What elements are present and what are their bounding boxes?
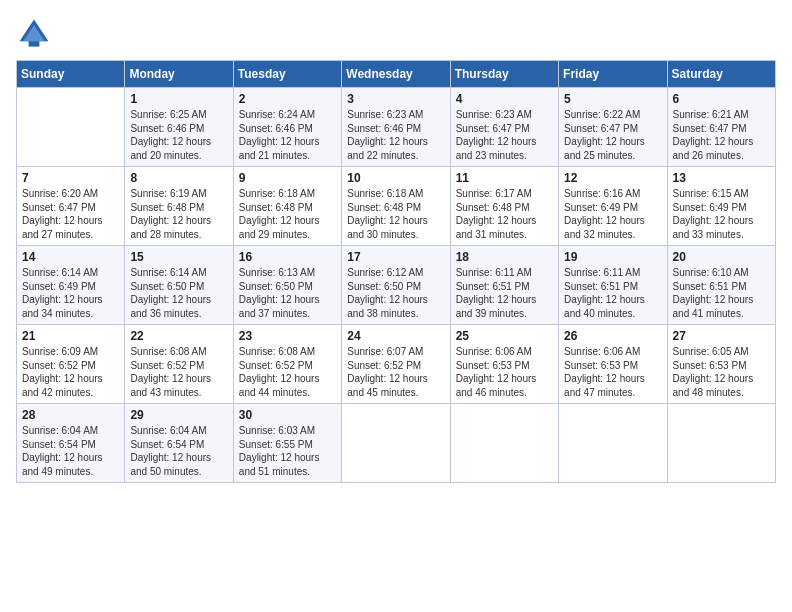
day-info: Sunrise: 6:16 AM Sunset: 6:49 PM Dayligh… <box>564 187 661 241</box>
day-cell: 5Sunrise: 6:22 AM Sunset: 6:47 PM Daylig… <box>559 88 667 167</box>
day-info: Sunrise: 6:10 AM Sunset: 6:51 PM Dayligh… <box>673 266 770 320</box>
header-tuesday: Tuesday <box>233 61 341 88</box>
calendar-header-row: SundayMondayTuesdayWednesdayThursdayFrid… <box>17 61 776 88</box>
day-number: 29 <box>130 408 227 422</box>
day-cell <box>559 404 667 483</box>
day-info: Sunrise: 6:13 AM Sunset: 6:50 PM Dayligh… <box>239 266 336 320</box>
day-number: 10 <box>347 171 444 185</box>
day-cell <box>342 404 450 483</box>
day-number: 14 <box>22 250 119 264</box>
day-number: 8 <box>130 171 227 185</box>
day-info: Sunrise: 6:20 AM Sunset: 6:47 PM Dayligh… <box>22 187 119 241</box>
day-info: Sunrise: 6:08 AM Sunset: 6:52 PM Dayligh… <box>239 345 336 399</box>
day-info: Sunrise: 6:11 AM Sunset: 6:51 PM Dayligh… <box>564 266 661 320</box>
day-info: Sunrise: 6:14 AM Sunset: 6:50 PM Dayligh… <box>130 266 227 320</box>
day-info: Sunrise: 6:18 AM Sunset: 6:48 PM Dayligh… <box>239 187 336 241</box>
header-saturday: Saturday <box>667 61 775 88</box>
day-cell: 17Sunrise: 6:12 AM Sunset: 6:50 PM Dayli… <box>342 246 450 325</box>
day-cell: 25Sunrise: 6:06 AM Sunset: 6:53 PM Dayli… <box>450 325 558 404</box>
day-info: Sunrise: 6:09 AM Sunset: 6:52 PM Dayligh… <box>22 345 119 399</box>
day-info: Sunrise: 6:06 AM Sunset: 6:53 PM Dayligh… <box>564 345 661 399</box>
day-number: 25 <box>456 329 553 343</box>
day-number: 4 <box>456 92 553 106</box>
day-cell: 13Sunrise: 6:15 AM Sunset: 6:49 PM Dayli… <box>667 167 775 246</box>
week-row-1: 1Sunrise: 6:25 AM Sunset: 6:46 PM Daylig… <box>17 88 776 167</box>
day-number: 1 <box>130 92 227 106</box>
day-info: Sunrise: 6:21 AM Sunset: 6:47 PM Dayligh… <box>673 108 770 162</box>
day-number: 5 <box>564 92 661 106</box>
day-cell: 14Sunrise: 6:14 AM Sunset: 6:49 PM Dayli… <box>17 246 125 325</box>
day-number: 13 <box>673 171 770 185</box>
day-cell: 6Sunrise: 6:21 AM Sunset: 6:47 PM Daylig… <box>667 88 775 167</box>
day-info: Sunrise: 6:07 AM Sunset: 6:52 PM Dayligh… <box>347 345 444 399</box>
day-cell: 2Sunrise: 6:24 AM Sunset: 6:46 PM Daylig… <box>233 88 341 167</box>
week-row-2: 7Sunrise: 6:20 AM Sunset: 6:47 PM Daylig… <box>17 167 776 246</box>
day-number: 9 <box>239 171 336 185</box>
day-info: Sunrise: 6:19 AM Sunset: 6:48 PM Dayligh… <box>130 187 227 241</box>
day-number: 26 <box>564 329 661 343</box>
day-number: 15 <box>130 250 227 264</box>
day-cell: 23Sunrise: 6:08 AM Sunset: 6:52 PM Dayli… <box>233 325 341 404</box>
day-number: 22 <box>130 329 227 343</box>
day-cell: 11Sunrise: 6:17 AM Sunset: 6:48 PM Dayli… <box>450 167 558 246</box>
day-number: 11 <box>456 171 553 185</box>
header-thursday: Thursday <box>450 61 558 88</box>
day-number: 12 <box>564 171 661 185</box>
day-number: 23 <box>239 329 336 343</box>
day-info: Sunrise: 6:08 AM Sunset: 6:52 PM Dayligh… <box>130 345 227 399</box>
calendar-table: SundayMondayTuesdayWednesdayThursdayFrid… <box>16 60 776 483</box>
header-wednesday: Wednesday <box>342 61 450 88</box>
header-friday: Friday <box>559 61 667 88</box>
page-header <box>16 16 776 52</box>
day-cell: 18Sunrise: 6:11 AM Sunset: 6:51 PM Dayli… <box>450 246 558 325</box>
day-cell: 21Sunrise: 6:09 AM Sunset: 6:52 PM Dayli… <box>17 325 125 404</box>
day-info: Sunrise: 6:25 AM Sunset: 6:46 PM Dayligh… <box>130 108 227 162</box>
svg-rect-2 <box>29 41 40 46</box>
day-info: Sunrise: 6:22 AM Sunset: 6:47 PM Dayligh… <box>564 108 661 162</box>
day-cell: 10Sunrise: 6:18 AM Sunset: 6:48 PM Dayli… <box>342 167 450 246</box>
day-cell: 29Sunrise: 6:04 AM Sunset: 6:54 PM Dayli… <box>125 404 233 483</box>
day-number: 27 <box>673 329 770 343</box>
day-number: 2 <box>239 92 336 106</box>
day-cell: 16Sunrise: 6:13 AM Sunset: 6:50 PM Dayli… <box>233 246 341 325</box>
day-cell: 4Sunrise: 6:23 AM Sunset: 6:47 PM Daylig… <box>450 88 558 167</box>
day-cell: 22Sunrise: 6:08 AM Sunset: 6:52 PM Dayli… <box>125 325 233 404</box>
day-number: 30 <box>239 408 336 422</box>
day-cell: 9Sunrise: 6:18 AM Sunset: 6:48 PM Daylig… <box>233 167 341 246</box>
day-info: Sunrise: 6:14 AM Sunset: 6:49 PM Dayligh… <box>22 266 119 320</box>
day-cell <box>667 404 775 483</box>
day-info: Sunrise: 6:18 AM Sunset: 6:48 PM Dayligh… <box>347 187 444 241</box>
day-number: 3 <box>347 92 444 106</box>
day-info: Sunrise: 6:12 AM Sunset: 6:50 PM Dayligh… <box>347 266 444 320</box>
day-number: 28 <box>22 408 119 422</box>
day-info: Sunrise: 6:06 AM Sunset: 6:53 PM Dayligh… <box>456 345 553 399</box>
day-info: Sunrise: 6:23 AM Sunset: 6:46 PM Dayligh… <box>347 108 444 162</box>
day-number: 19 <box>564 250 661 264</box>
day-info: Sunrise: 6:15 AM Sunset: 6:49 PM Dayligh… <box>673 187 770 241</box>
day-info: Sunrise: 6:04 AM Sunset: 6:54 PM Dayligh… <box>130 424 227 478</box>
day-cell: 1Sunrise: 6:25 AM Sunset: 6:46 PM Daylig… <box>125 88 233 167</box>
week-row-3: 14Sunrise: 6:14 AM Sunset: 6:49 PM Dayli… <box>17 246 776 325</box>
day-cell <box>17 88 125 167</box>
logo <box>16 16 56 52</box>
logo-icon <box>16 16 52 52</box>
day-number: 18 <box>456 250 553 264</box>
header-sunday: Sunday <box>17 61 125 88</box>
day-number: 16 <box>239 250 336 264</box>
day-cell: 20Sunrise: 6:10 AM Sunset: 6:51 PM Dayli… <box>667 246 775 325</box>
day-number: 21 <box>22 329 119 343</box>
day-cell <box>450 404 558 483</box>
day-cell: 28Sunrise: 6:04 AM Sunset: 6:54 PM Dayli… <box>17 404 125 483</box>
day-number: 7 <box>22 171 119 185</box>
day-info: Sunrise: 6:24 AM Sunset: 6:46 PM Dayligh… <box>239 108 336 162</box>
week-row-5: 28Sunrise: 6:04 AM Sunset: 6:54 PM Dayli… <box>17 404 776 483</box>
day-cell: 7Sunrise: 6:20 AM Sunset: 6:47 PM Daylig… <box>17 167 125 246</box>
day-number: 20 <box>673 250 770 264</box>
day-number: 17 <box>347 250 444 264</box>
day-info: Sunrise: 6:11 AM Sunset: 6:51 PM Dayligh… <box>456 266 553 320</box>
header-monday: Monday <box>125 61 233 88</box>
day-cell: 27Sunrise: 6:05 AM Sunset: 6:53 PM Dayli… <box>667 325 775 404</box>
day-cell: 26Sunrise: 6:06 AM Sunset: 6:53 PM Dayli… <box>559 325 667 404</box>
day-info: Sunrise: 6:03 AM Sunset: 6:55 PM Dayligh… <box>239 424 336 478</box>
day-info: Sunrise: 6:17 AM Sunset: 6:48 PM Dayligh… <box>456 187 553 241</box>
